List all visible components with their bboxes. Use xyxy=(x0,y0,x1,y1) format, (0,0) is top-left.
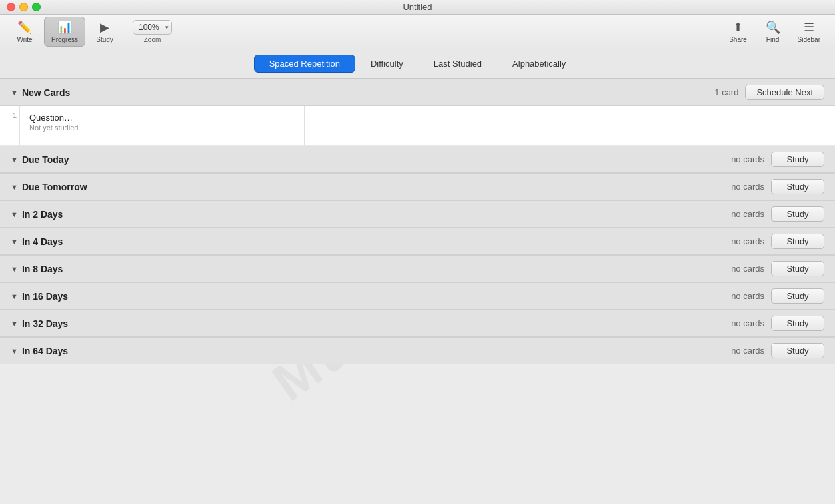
study-icon: ▶ xyxy=(100,20,109,35)
due-tomorrow-title: Due Tomorrow xyxy=(22,182,87,192)
section-due-tomorrow-header: ▼ Due Tomorrow no cards Study xyxy=(0,173,835,200)
minimize-button[interactable] xyxy=(19,3,28,11)
card-status: Not yet studied. xyxy=(29,124,295,132)
in-4-days-chevron-icon[interactable]: ▼ xyxy=(11,238,18,246)
toolbar-right: ⬆ Share 🔍 Find ☰ Sidebar xyxy=(722,17,827,46)
in-64-days-title: In 64 Days xyxy=(22,346,68,356)
in-4-days-count: no cards xyxy=(731,236,764,246)
section-in-2-days-header: ▼ In 2 Days no cards Study xyxy=(0,200,835,228)
close-button[interactable] xyxy=(7,3,15,11)
in-16-days-chevron-icon[interactable]: ▼ xyxy=(11,292,18,300)
zoom-label: Zoom xyxy=(144,36,161,43)
due-tomorrow-study-button[interactable]: Study xyxy=(771,179,824,194)
in-64-days-count: no cards xyxy=(731,346,764,356)
share-icon: ⬆ xyxy=(733,20,743,35)
section-in-16-days-header: ▼ In 16 Days no cards Study xyxy=(0,282,835,310)
section-in-2-days-left: ▼ In 2 Days xyxy=(11,209,63,220)
progress-label: Progress xyxy=(51,36,78,43)
section-in-32-days-right: no cards Study xyxy=(731,316,824,331)
maximize-button[interactable] xyxy=(32,3,41,11)
section-due-today-header: ▼ Due Today no cards Study xyxy=(0,146,835,173)
card-preview xyxy=(304,106,835,145)
section-new-cards-header: ▼ New Cards 1 card Schedule Next xyxy=(0,79,835,106)
section-in-8-days-left: ▼ In 8 Days xyxy=(11,264,63,274)
in-8-days-count: no cards xyxy=(731,264,764,274)
due-tomorrow-count: no cards xyxy=(731,182,764,192)
in-8-days-chevron-icon[interactable]: ▼ xyxy=(11,265,18,273)
table-row[interactable]: 1 Question… Not yet studied. xyxy=(0,106,835,146)
in-32-days-title: In 32 Days xyxy=(22,318,68,329)
section-in-8-days-right: no cards Study xyxy=(731,261,824,276)
in-2-days-study-button[interactable]: Study xyxy=(771,206,824,222)
section-in-4-days-header: ▼ In 4 Days no cards Study xyxy=(0,228,835,255)
tab-spaced-repetition[interactable]: Spaced Repetition xyxy=(254,55,355,73)
due-today-study-button[interactable]: Study xyxy=(771,152,824,167)
section-in-32-days-header: ▼ In 32 Days no cards Study xyxy=(0,310,835,337)
tab-alphabetically[interactable]: Alphabetically xyxy=(497,55,581,73)
titlebar: Untitled xyxy=(0,0,835,15)
due-today-count: no cards xyxy=(731,154,764,164)
share-button[interactable]: ⬆ Share xyxy=(722,17,755,46)
zoom-wrapper: 100% 75% 125% 150% ▾ xyxy=(133,20,172,35)
due-today-chevron-icon[interactable]: ▼ xyxy=(11,156,18,164)
card-number: 1 xyxy=(0,106,20,145)
section-in-16-days-right: no cards Study xyxy=(731,288,824,304)
card-content: Question… Not yet studied. xyxy=(20,106,304,145)
in-8-days-study-button[interactable]: Study xyxy=(771,261,824,276)
write-label: Write xyxy=(17,36,32,43)
section-due-today-left: ▼ Due Today xyxy=(11,154,69,165)
new-cards-chevron-icon[interactable]: ▼ xyxy=(11,89,18,97)
section-in-64-days-left: ▼ In 64 Days xyxy=(11,346,68,356)
new-cards-title: New Cards xyxy=(22,87,70,98)
in-8-days-title: In 8 Days xyxy=(22,264,63,274)
in-32-days-count: no cards xyxy=(731,318,764,328)
tab-difficulty[interactable]: Difficulty xyxy=(355,55,418,73)
progress-icon: 📊 xyxy=(57,20,72,35)
write-button[interactable]: ✏️ Write xyxy=(8,17,41,46)
toolbar-separator-1 xyxy=(127,22,127,42)
in-4-days-study-button[interactable]: Study xyxy=(771,234,824,249)
due-today-title: Due Today xyxy=(22,154,69,165)
find-button[interactable]: 🔍 Find xyxy=(756,17,790,46)
progress-button[interactable]: 📊 Progress xyxy=(44,17,85,47)
in-16-days-count: no cards xyxy=(731,291,764,301)
write-icon: ✏️ xyxy=(17,20,32,35)
find-label: Find xyxy=(766,36,779,43)
in-64-days-chevron-icon[interactable]: ▼ xyxy=(11,347,18,355)
in-2-days-chevron-icon[interactable]: ▼ xyxy=(11,210,18,218)
sidebar-button[interactable]: ☰ Sidebar xyxy=(791,17,827,46)
new-cards-list: 1 Question… Not yet studied. xyxy=(0,106,835,146)
in-32-days-chevron-icon[interactable]: ▼ xyxy=(11,320,18,328)
section-due-tomorrow-left: ▼ Due Tomorrow xyxy=(11,182,87,192)
traffic-lights xyxy=(7,3,41,11)
section-in-2-days-right: no cards Study xyxy=(731,206,824,222)
schedule-next-button[interactable]: Schedule Next xyxy=(745,85,824,100)
section-in-64-days-header: ▼ In 64 Days no cards Study xyxy=(0,337,835,364)
section-due-tomorrow-right: no cards Study xyxy=(731,179,824,194)
in-2-days-title: In 2 Days xyxy=(22,209,63,220)
section-due-today-right: no cards Study xyxy=(731,152,824,167)
share-label: Share xyxy=(729,36,747,43)
section-in-8-days-header: ▼ In 8 Days no cards Study xyxy=(0,255,835,282)
tab-last-studied[interactable]: Last Studied xyxy=(418,55,497,73)
section-in-4-days-right: no cards Study xyxy=(731,234,824,249)
study-toolbar-button[interactable]: ▶ Study xyxy=(88,17,121,46)
section-in-4-days-left: ▼ In 4 Days xyxy=(11,236,63,247)
section-new-cards-left: ▼ New Cards xyxy=(11,87,70,98)
zoom-container: 100% 75% 125% 150% ▾ Zoom xyxy=(133,20,172,43)
due-tomorrow-chevron-icon[interactable]: ▼ xyxy=(11,183,18,191)
sidebar-label: Sidebar xyxy=(798,36,820,43)
in-32-days-study-button[interactable]: Study xyxy=(771,316,824,331)
section-in-32-days-left: ▼ In 32 Days xyxy=(11,318,68,329)
zoom-select[interactable]: 100% 75% 125% 150% xyxy=(133,20,172,35)
in-2-days-count: no cards xyxy=(731,209,764,219)
in-64-days-study-button[interactable]: Study xyxy=(771,343,824,358)
in-16-days-study-button[interactable]: Study xyxy=(771,288,824,304)
toolbar: ✏️ Write 📊 Progress ▶ Study 100% 75% 125… xyxy=(0,15,835,49)
main-content: MacStories ▼ New Cards 1 card Schedule N… xyxy=(0,79,835,504)
study-label: Study xyxy=(96,36,113,43)
toolbar-left: ✏️ Write 📊 Progress ▶ Study 100% 75% 125… xyxy=(8,17,172,47)
section-in-64-days-right: no cards Study xyxy=(731,343,824,358)
section-in-16-days-left: ▼ In 16 Days xyxy=(11,291,68,302)
find-icon: 🔍 xyxy=(766,20,780,35)
